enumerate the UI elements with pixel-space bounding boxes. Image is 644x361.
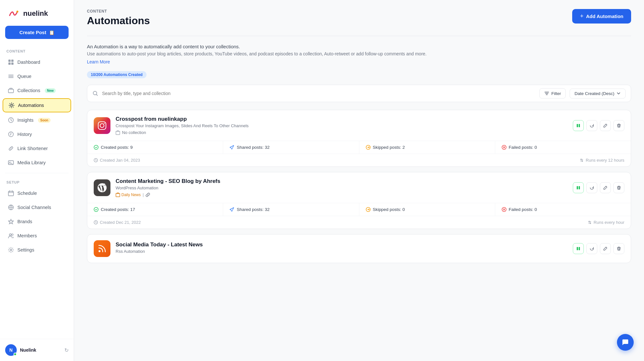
toggle-button[interactable]: [573, 243, 584, 254]
avatar-letter: N: [9, 347, 13, 353]
card-collection: Daily News |: [116, 192, 568, 197]
send-icon: [230, 207, 234, 212]
trash-icon: [617, 246, 621, 251]
collection-name: No collection: [122, 130, 146, 135]
card-header: Social Media Today - Latest News Rss Aut…: [87, 234, 631, 263]
filter-button[interactable]: Filter: [539, 88, 566, 99]
sidebar-item-members[interactable]: Members: [3, 229, 71, 242]
svg-point-20: [100, 124, 104, 128]
stat-skipped: Skipped posts: 0: [359, 203, 495, 216]
search-input[interactable]: [102, 91, 535, 96]
avatar: N: [5, 344, 17, 356]
sidebar-divider: [5, 173, 69, 173]
stat-shared: Shared posts: 32: [223, 203, 359, 216]
delete-button[interactable]: [613, 120, 624, 131]
x-circle-icon: [502, 145, 507, 150]
sidebar-item-dashboard[interactable]: Dashboard: [3, 56, 71, 69]
svg-rect-6: [8, 89, 14, 93]
skip-icon: [366, 207, 371, 212]
sidebar-item-history[interactable]: History: [3, 128, 71, 141]
runs-label: Runs every hour: [594, 220, 624, 225]
automation-card: Content Marketing - SEO Blog by Ahrefs W…: [87, 172, 631, 229]
refresh-icon: [590, 185, 594, 190]
edit-icon: [603, 123, 608, 128]
content-section-label: CONTENT: [0, 45, 74, 55]
card-stats: Created posts: 9 Shared posts: 32 Skippe…: [87, 141, 631, 154]
sidebar-item-brands[interactable]: Brands: [3, 215, 71, 228]
pause-icon: [576, 123, 581, 128]
card-info: Crosspost from nuelinkapp Crosspost Your…: [116, 116, 568, 135]
stat-skipped-label: Skipped posts: 0: [373, 207, 405, 212]
history-icon: [8, 131, 14, 138]
clock-icon: [94, 158, 98, 162]
svg-marker-14: [8, 219, 14, 224]
filter-icon: [544, 91, 549, 96]
delete-button[interactable]: [613, 182, 624, 193]
sidebar-item-social-channels[interactable]: Social Channels: [3, 201, 71, 214]
wordpress-logo: [94, 179, 110, 196]
sidebar-item-schedule[interactable]: Schedule: [3, 187, 71, 200]
stat-skipped: Skipped posts: 2: [359, 141, 495, 154]
card-actions: [573, 243, 624, 254]
refresh-button[interactable]: [586, 243, 597, 254]
edit-button[interactable]: [600, 243, 611, 254]
delete-button[interactable]: [613, 243, 624, 254]
sidebar-item-queue[interactable]: Queue: [3, 70, 71, 83]
refresh-icon[interactable]: ↻: [64, 347, 69, 353]
chat-bubble[interactable]: [617, 334, 634, 351]
add-automation-button[interactable]: + Add Automation: [572, 9, 631, 24]
sidebar-item-automations[interactable]: Automations: [3, 98, 71, 112]
svg-rect-2: [8, 60, 11, 62]
dashboard-icon: [8, 59, 14, 65]
edit-button[interactable]: [600, 182, 611, 193]
pause-icon: [576, 185, 581, 190]
page-title: Automations: [87, 15, 150, 27]
svg-rect-4: [8, 62, 11, 65]
edit-button[interactable]: [600, 120, 611, 131]
card-title: Crosspost from nuelinkapp: [116, 116, 568, 122]
sidebar-item-collections[interactable]: Collections New: [3, 84, 71, 97]
sidebar-item-link-shortener[interactable]: Link Shortener: [3, 142, 71, 155]
svg-point-1: [16, 11, 18, 13]
refresh-button[interactable]: [586, 182, 597, 193]
repeat-icon: [580, 158, 584, 162]
collection-badge: Daily News: [116, 193, 141, 197]
card-info: Social Media Today - Latest News Rss Aut…: [116, 242, 568, 256]
svg-rect-5: [11, 62, 14, 65]
card-stats: Created posts: 17 Shared posts: 32 Skipp…: [87, 203, 631, 216]
create-post-button[interactable]: Create Post 📋: [5, 26, 69, 39]
card-subtitle: WordPress Automation: [116, 185, 568, 190]
runs-label: Runs every 12 hours: [586, 158, 624, 163]
card-title: Content Marketing - SEO Blog by Ahrefs: [116, 178, 568, 185]
user-profile[interactable]: N Nuelink: [5, 344, 36, 356]
svg-point-16: [12, 234, 13, 235]
add-icon: +: [580, 13, 583, 20]
stat-skipped-label: Skipped posts: 2: [373, 145, 405, 150]
sidebar-item-settings[interactable]: Settings: [3, 243, 71, 256]
stat-failed: Failed posts: 0: [495, 141, 631, 154]
sidebar-item-media-library[interactable]: Media Library: [3, 156, 71, 169]
stat-created: Created posts: 17: [87, 203, 223, 216]
card-subtitle: Crosspost Your Instagram Images, Slides …: [116, 123, 568, 128]
sidebar-item-label: Insights: [17, 118, 33, 123]
collection-name: Daily News: [121, 193, 141, 197]
card-subtitle: Rss Automation: [116, 249, 568, 254]
toggle-button[interactable]: [573, 182, 584, 193]
stat-created: Created posts: 9: [87, 141, 223, 154]
learn-more-link[interactable]: Learn More: [87, 59, 110, 64]
logo-icon: [6, 6, 21, 21]
toggle-button[interactable]: [573, 120, 584, 131]
page-divider: [87, 36, 631, 36]
description-main: An Automation is a way to automatically …: [87, 44, 631, 49]
card-title: Social Media Today - Latest News: [116, 242, 568, 248]
description-sub: Use automations to auto-post your blog a…: [87, 51, 631, 56]
trash-icon: [617, 185, 621, 190]
card-info: Content Marketing - SEO Blog by Ahrefs W…: [116, 178, 568, 197]
sort-button[interactable]: Date Created (Desc): [570, 89, 626, 99]
sidebar-item-insights[interactable]: Insights Soon: [3, 114, 71, 127]
created-date-label: Created Dec 21, 2022: [100, 220, 141, 225]
media-icon: [8, 159, 14, 166]
skip-icon: [366, 145, 371, 150]
refresh-button[interactable]: [586, 120, 597, 131]
edit-icon: [603, 246, 608, 251]
